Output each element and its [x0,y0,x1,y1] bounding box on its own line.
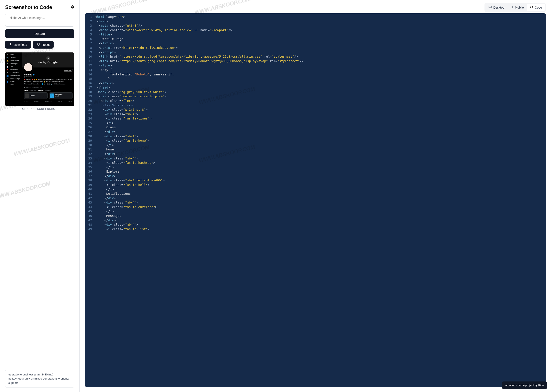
tab-code-label: Code [535,6,542,9]
tab-mobile-label: Mobile [515,6,524,9]
reset-icon [37,43,40,46]
svg-rect-1 [489,6,491,8]
monitor-icon [488,5,492,9]
upgrade-line-1: upgrade to business plan ($480/mo) [8,372,71,377]
upgrade-banner[interactable]: upgrade to business plan ($480/mo) no ke… [5,370,74,388]
prompt-input[interactable] [5,14,74,27]
main-panel: Desktop Mobile Code 12345678910111213141… [80,0,551,392]
preview-caption: ORIGINAL SCREENSHOT [5,107,74,111]
code-lines: <html lang="en"> <head> <meta charset="u… [95,13,308,232]
app-title: Screenshot to Code [5,4,52,10]
sidebar-header: Screenshot to Code [5,4,74,10]
reset-label: Reset [42,43,50,46]
tab-mobile[interactable]: Mobile [507,4,527,11]
code-icon [530,5,533,9]
preview-twitter-mock: ⌂Home🔍Explore🔔Notifications✉Messages📄Lis… [5,52,74,106]
code-gutter: 1234567891011121314151617181920212223242… [85,13,95,232]
download-label: Download [14,43,27,46]
tab-desktop-label: Desktop [493,6,504,9]
svg-point-0 [33,74,35,76]
upgrade-line-2: no key required + unlimited generations … [8,377,71,385]
tab-code[interactable]: Code [527,4,545,11]
tab-desktop[interactable]: Desktop [485,4,507,11]
code-editor[interactable]: 1234567891011121314151617181920212223242… [85,13,546,387]
preview-section: ⌂Home🔍Explore🔔Notifications✉Messages📄Lis… [5,52,74,111]
view-switch: Desktop Mobile Code [485,3,546,12]
download-button[interactable]: Download [5,41,31,49]
sidebar: Screenshot to Code Update Download Reset… [0,0,80,392]
svg-point-3 [512,8,512,8]
footer-attribution[interactable]: an open source project by Pico [502,381,547,389]
gear-icon[interactable] [70,5,74,10]
mobile-icon [510,5,513,9]
action-row: Download Reset [5,41,74,49]
preview-image[interactable]: ⌂Home🔍Explore🔔Notifications✉Messages📄Lis… [5,52,74,106]
update-button[interactable]: Update [5,29,74,38]
download-icon [9,43,12,46]
reset-button[interactable]: Reset [33,41,54,49]
